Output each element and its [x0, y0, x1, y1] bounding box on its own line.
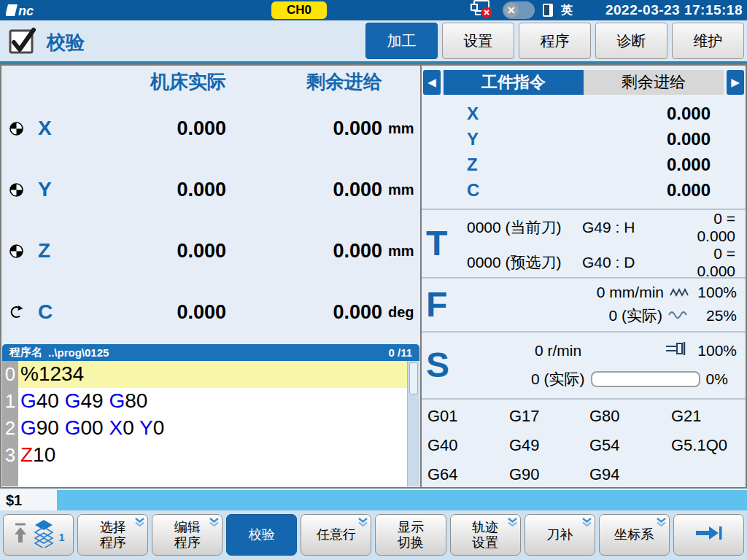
softkey-next-page[interactable] [673, 514, 744, 556]
program-label: 程序名 [9, 346, 42, 359]
program-line[interactable]: 2G90 G00 X0 Y0 [2, 415, 419, 442]
softkey-label: 程序 [174, 535, 201, 551]
axis-name: C [29, 300, 67, 324]
modal-gcode: G5.1Q0 [671, 436, 746, 465]
program-header: 程序名 ..\prog\0125 0 /11 [2, 344, 419, 361]
chevron-down-icon [357, 516, 368, 532]
main-tabs: 加工设置程序诊断维护 [365, 23, 744, 59]
scrollbar-thumb[interactable] [409, 362, 418, 394]
softkey-坐标系[interactable]: 坐标系 [599, 514, 670, 556]
axis-value: 0.000 [667, 155, 711, 175]
linear-axis-icon [1, 244, 29, 259]
axis-name: C [467, 180, 479, 201]
axis-remain-value: 0.000 [226, 179, 382, 201]
next-page-arrow-icon [693, 525, 724, 545]
axis-value: 0.000 [667, 129, 711, 149]
softkey-label: 选择 [100, 520, 126, 535]
modal-gcode: G54 [589, 436, 671, 465]
coord-tab-工件指令[interactable]: 工件指令 [444, 70, 584, 95]
axis-unit: mm [382, 120, 420, 137]
col-remaining-feed: 剩余进给 [226, 69, 382, 95]
feed-actual-row: 0 (实际) 25% [422, 306, 746, 326]
language-indicator[interactable]: 英 [561, 3, 573, 18]
program-scrollbar[interactable] [407, 361, 419, 486]
position-column-headers: 机床实际 剩余进给 [1, 66, 420, 98]
softkey-任意行[interactable]: 任意行 [301, 514, 371, 556]
axis-name: Z [467, 155, 478, 175]
chevron-down-icon [581, 516, 592, 532]
line-number: 1 [2, 390, 18, 413]
linear-axis-icon [1, 121, 29, 136]
spindle-actual-row: 0 (实际) 0% [422, 369, 746, 389]
spindle-load-value: 0% [706, 370, 728, 388]
softkey-轨迹设置[interactable]: 轨迹设置 [450, 514, 521, 556]
tab-加工[interactable]: 加工 [365, 23, 438, 59]
tab-诊断[interactable]: 诊断 [595, 23, 667, 59]
header-bar: 校验 加工设置程序诊断维护 [0, 20, 747, 64]
softkey-bar: 1选择程序编辑程序校验任意行显示切换轨迹设置刀补坐标系 [0, 510, 747, 560]
axis-machine-value: 0.000 [67, 117, 226, 140]
rotary-axis-icon [1, 305, 29, 320]
line-number: 2 [2, 417, 18, 440]
program-listing[interactable]: 0%12341G40 G49 G802G90 G00 X0 Y03Z10 [2, 361, 419, 486]
program-line[interactable]: 0%1234 [2, 361, 419, 388]
channel-label: $1 [0, 490, 57, 510]
tool-row-current: 0000 (当前刀) G49 : H 0 = 0.000 [422, 210, 746, 245]
workpiece-axis-X: X0.000 [422, 101, 746, 126]
feed-programmed-row: 0 mm/min 100% [422, 284, 746, 301]
svg-text:nc: nc [18, 4, 34, 18]
softkey-layer-icons: 1 [12, 518, 65, 551]
top-bar: nc CH0 ✕ 英 2022-03-23 17:15:18 [0, 0, 747, 20]
softkey-label: 编辑 [174, 520, 201, 535]
axis-unit: deg [382, 304, 420, 321]
axis-remain-value: 0.000 [226, 117, 382, 140]
message-bar[interactable] [57, 490, 747, 510]
softkey-编辑程序[interactable]: 编辑程序 [152, 514, 222, 556]
coord-tab-剩余进给[interactable]: 剩余进给 [584, 70, 724, 95]
tab-程序[interactable]: 程序 [519, 23, 591, 59]
softkey-label: 刀补 [546, 527, 573, 542]
softkey-layer-select[interactable]: 1 [3, 514, 74, 556]
feed-section: F 0 mm/min 100% 0 (实际) [422, 277, 746, 331]
axis-name: X [467, 104, 479, 124]
program-section: 程序名 ..\prog\0125 0 /11 0%12341G40 G49 G8… [2, 344, 419, 486]
tab-维护[interactable]: 维护 [672, 23, 744, 59]
tab-设置[interactable]: 设置 [442, 23, 514, 59]
coord-tab-left-arrow[interactable]: ◀ [423, 70, 441, 95]
softkey-label: 任意行 [317, 527, 356, 542]
network-error-icon[interactable] [468, 0, 495, 22]
status-panel: ◀ 工件指令剩余进给 ▶ X0.000Y0.000Z0.000C0.000 T … [422, 66, 746, 487]
modal-gcode: G40 [427, 436, 509, 465]
spindle-icon [665, 341, 689, 359]
page-title: 校验 [47, 30, 85, 55]
return-top-icon [12, 522, 28, 548]
modal-gcode: G17 [509, 407, 589, 436]
softkey-校验[interactable]: 校验 [226, 514, 297, 556]
line-number: 3 [2, 444, 18, 467]
softkey-label: 轨迹 [472, 520, 498, 535]
line-number: 0 [2, 363, 18, 386]
axis-rows: X0.0000.000mmY0.0000.000mmZ0.0000.000mmC… [1, 98, 420, 343]
axis-remain-value: 0.000 [226, 301, 382, 324]
program-path: ..\prog\0125 [48, 346, 109, 359]
softkey-显示切换[interactable]: 显示切换 [375, 514, 446, 556]
program-line[interactable]: 1G40 G49 G80 [2, 388, 419, 415]
cnc-screen: nc CH0 ✕ 英 2022-03-23 17:15:18 [0, 0, 747, 560]
coord-tab-right-arrow[interactable]: ▶ [727, 70, 744, 95]
program-line[interactable]: 3Z10 [2, 442, 419, 469]
feed-override-value: 100% [694, 284, 737, 301]
softkey-label: 显示 [398, 520, 424, 535]
spindle-load-bar [591, 371, 700, 387]
modal-gcode: G21 [671, 407, 746, 436]
chevron-down-icon [656, 516, 667, 532]
alarm-mute-icon[interactable]: ✕ [503, 1, 535, 19]
axis-value: 0.000 [667, 104, 711, 124]
command-status-row: $1 [0, 490, 747, 510]
softkey-选择程序[interactable]: 选择程序 [77, 514, 148, 556]
channel-badge[interactable]: CH0 [271, 1, 327, 19]
input-method-icon[interactable] [543, 4, 553, 17]
modal-gcode: G49 [509, 436, 589, 465]
softkey-刀补[interactable]: 刀补 [525, 514, 595, 556]
modal-gcode: G01 [427, 407, 509, 436]
axis-machine-value: 0.000 [67, 301, 226, 324]
